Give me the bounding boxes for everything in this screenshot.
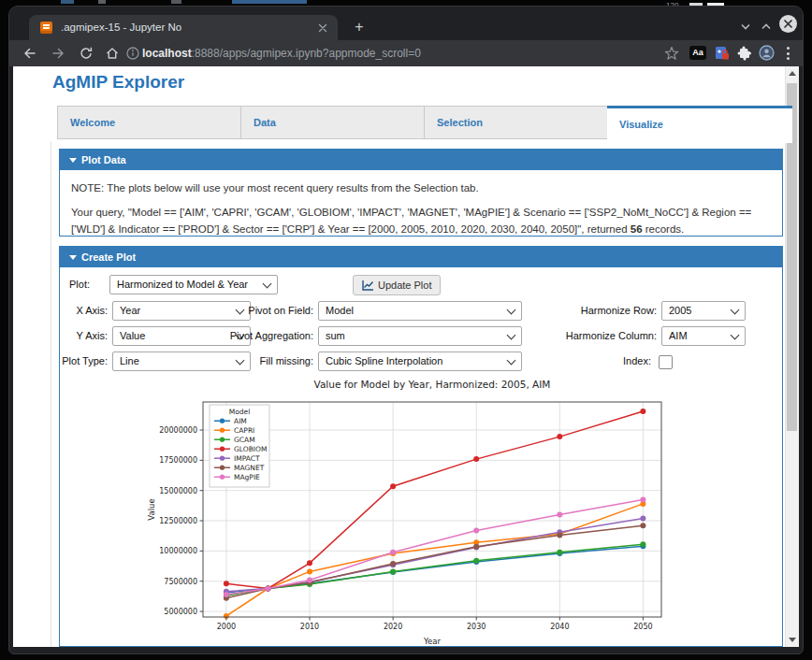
svg-text:GLOBIOM: GLOBIOM	[234, 445, 267, 453]
svg-text:GCAM: GCAM	[234, 436, 255, 444]
svg-text:2050: 2050	[633, 623, 652, 631]
window-artifact	[98, 0, 106, 4]
tab-data[interactable]: Data	[240, 106, 425, 139]
extensions-puzzle-icon[interactable]	[737, 46, 752, 61]
fill-missing-select[interactable]: Cubic Spline Interpolation	[318, 352, 522, 371]
url-path: :8888/apps/agmipex.ipynb?appmode_scroll=…	[192, 47, 421, 60]
profile-avatar[interactable]	[759, 45, 774, 60]
tab-title-fade	[186, 19, 214, 37]
plot-type-label: Plot Type:	[60, 352, 108, 371]
chart-title: Value for Model by Year, Harmonized: 200…	[314, 379, 551, 390]
svg-text:2020: 2020	[384, 623, 402, 631]
pivot-agg-label: Pivot Aggregation:	[206, 326, 313, 346]
browser-toolbar: localhost:8888/apps/agmipex.ipynb?appmod…	[9, 40, 803, 66]
back-icon[interactable]	[22, 46, 37, 61]
y-axis-label: Y Axis:	[65, 326, 108, 346]
harmonize-row-select[interactable]: 2005	[661, 301, 746, 321]
notebook-cell: Plot Data NOTE: The plots below will use…	[51, 141, 791, 647]
plot-data-panel: Plot Data NOTE: The plots below will use…	[59, 149, 783, 237]
svg-text:MAgPIE: MAgPIE	[234, 473, 260, 481]
pivot-field-select[interactable]: Model	[318, 301, 522, 321]
plot-data-panel-body: NOTE: The plots below will use your most…	[60, 170, 782, 248]
chevron-down-icon	[731, 306, 740, 315]
reader-mode-icon[interactable]: Aa	[689, 46, 706, 60]
tab-strip: .agmipex-15 - Jupyter No +	[9, 7, 803, 40]
tab-welcome[interactable]: Welcome	[57, 106, 241, 139]
chart-line-icon	[362, 280, 374, 291]
y-axis-title: Value	[147, 498, 156, 520]
svg-text:CAPRI: CAPRI	[234, 426, 254, 435]
chevron-down-icon	[507, 306, 516, 315]
chart-legend: ModelAIMCAPRIGCAMGLOBIOMIMPACTMAGNETMAgP…	[210, 405, 269, 487]
svg-text:20000000: 20000000	[159, 426, 197, 435]
svg-text:12500000: 12500000	[159, 517, 197, 525]
url-host: localhost	[142, 47, 192, 60]
svg-text:Model: Model	[229, 408, 251, 416]
plot-select[interactable]: Harmonized to Model & Year	[109, 275, 278, 294]
pivot-field-label: Pivot on Field:	[206, 301, 313, 321]
series-GCAM	[224, 541, 646, 598]
page-scrollbar[interactable]	[785, 66, 799, 647]
x-axis-title: Year	[423, 637, 442, 646]
window-close-icon[interactable]	[779, 15, 797, 33]
scroll-up-icon[interactable]	[789, 71, 796, 76]
reload-icon[interactable]	[79, 46, 94, 61]
app-tabs: Welcome Data Selection Visualize	[57, 106, 792, 143]
tab-close-icon[interactable]	[316, 22, 329, 35]
bookmark-star-icon[interactable]	[664, 46, 679, 61]
svg-text:5000000: 5000000	[164, 608, 197, 616]
password-extension-icon[interactable]	[715, 46, 730, 61]
index-checkbox[interactable]	[659, 355, 673, 369]
screen: 120 .agmipex-15 - Jupyter No +	[0, 0, 812, 660]
app-page: AgMIP Explorer Welcome Data Selection Vi…	[13, 66, 799, 647]
address-bar[interactable]: localhost:8888/apps/agmipex.ipynb?appmod…	[142, 47, 421, 60]
browser-menu-icon[interactable]	[787, 47, 790, 60]
home-icon[interactable]	[105, 46, 120, 61]
window-minimize-icon[interactable]	[737, 18, 754, 35]
svg-text:2010: 2010	[300, 623, 319, 631]
forward-icon[interactable]	[51, 46, 65, 61]
plot-label: Plot:	[69, 275, 107, 294]
series-MAGNET	[224, 523, 646, 601]
record-count: 56	[631, 223, 643, 235]
fill-missing-label: Fill missing:	[206, 352, 313, 371]
svg-text:AIM: AIM	[234, 417, 247, 425]
tab-selection[interactable]: Selection	[424, 106, 608, 139]
svg-text:17500000: 17500000	[159, 456, 197, 465]
index-label: Index:	[546, 352, 651, 371]
x-axis-label: X Axis:	[65, 301, 108, 321]
window-artifact	[232, 0, 307, 4]
series-CAPRI	[224, 501, 646, 619]
tab-visualize[interactable]: Visualize	[607, 106, 792, 143]
series-GLOBIOM	[224, 409, 646, 592]
harmonize-col-label: Harmonize Column:	[546, 326, 657, 346]
plot-data-panel-header[interactable]: Plot Data	[60, 150, 782, 170]
browser-tab[interactable]: .agmipex-15 - Jupyter No	[29, 15, 338, 40]
svg-text:IMPACT: IMPACT	[234, 454, 260, 463]
window-maximize-icon[interactable]	[758, 18, 775, 35]
new-tab-button[interactable]: +	[348, 16, 370, 38]
svg-text:MAGNET: MAGNET	[234, 464, 265, 472]
chevron-down-icon	[263, 280, 272, 289]
harmonize-col-select[interactable]: AIM	[661, 326, 746, 346]
scroll-down-icon[interactable]	[789, 638, 796, 642]
chart-svg: 2000201020202030204020505000000750000010…	[142, 376, 680, 647]
query-text: Your query, "Model == ['AIM', 'CAPRI', '…	[71, 205, 771, 237]
page-title: AgMIP Explorer	[52, 72, 184, 93]
site-info-icon[interactable]	[125, 46, 140, 61]
create-plot-panel: Create Plot Plot: Harmonized to Model & …	[59, 246, 783, 647]
svg-text:2030: 2030	[467, 623, 486, 631]
svg-text:2040: 2040	[550, 623, 569, 631]
svg-text:2000: 2000	[217, 623, 236, 631]
harmonize-row-label: Harmonize Row:	[546, 301, 657, 321]
create-plot-panel-header[interactable]: Create Plot	[60, 247, 782, 267]
collapse-caret-icon	[69, 158, 77, 163]
collapse-caret-icon	[69, 255, 77, 260]
chevron-down-icon	[507, 356, 516, 366]
chevron-down-icon	[507, 331, 516, 340]
svg-text:10000000: 10000000	[159, 547, 197, 555]
update-plot-button[interactable]: Update Plot	[353, 275, 441, 295]
window-artifact	[61, 0, 74, 4]
chevron-down-icon	[731, 331, 740, 340]
pivot-agg-select[interactable]: sum	[318, 326, 522, 346]
